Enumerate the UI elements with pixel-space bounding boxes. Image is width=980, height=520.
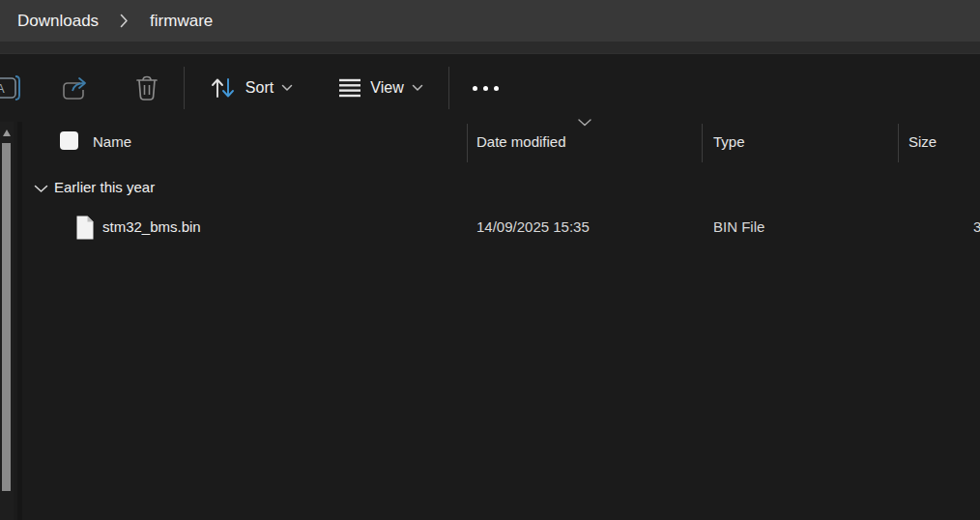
sort-arrows-icon: [210, 75, 237, 101]
svg-text:A: A: [0, 81, 5, 96]
breadcrumb-item-firmware[interactable]: firmware: [150, 12, 213, 31]
column-divider[interactable]: [898, 124, 899, 162]
column-divider[interactable]: [702, 124, 703, 162]
view-list-icon: [338, 77, 361, 99]
chevron-down-icon: [34, 185, 48, 193]
file-list-pane: Name Date modified Type Size Earlier thi…: [0, 122, 980, 520]
toolbar-divider: [184, 67, 185, 109]
share-icon: [61, 74, 90, 101]
file-date-modified: 14/09/2025 15:35: [476, 209, 590, 246]
column-header-name[interactable]: Name: [93, 122, 131, 162]
nav-pane-scrollbar[interactable]: [0, 122, 14, 520]
view-button[interactable]: View: [327, 54, 435, 122]
see-more-button[interactable]: [462, 54, 508, 122]
chevron-down-icon: [281, 84, 293, 92]
sort-button[interactable]: Sort: [197, 54, 305, 122]
column-header-row: Name Date modified Type Size: [0, 122, 980, 162]
select-all-checkbox[interactable]: [60, 131, 78, 150]
rename-button[interactable]: A: [0, 54, 31, 122]
file-size: 3: [973, 209, 980, 246]
sort-button-label: Sort: [245, 79, 274, 97]
scrollbar-thumb[interactable]: [2, 143, 11, 491]
view-button-label: View: [370, 79, 403, 97]
ellipsis-icon: [473, 86, 499, 91]
group-label: Earlier this year: [54, 172, 155, 203]
file-type: BIN File: [713, 209, 764, 246]
chevron-down-icon: [412, 84, 423, 92]
chevron-right-icon: [120, 14, 129, 28]
file-row[interactable]: stm32_bms.bin 14/09/2025 15:35 BIN File …: [0, 209, 980, 246]
address-bar-strip: [0, 42, 980, 54]
breadcrumb: Downloads firmware: [0, 0, 980, 42]
sort-descending-icon: [577, 118, 592, 127]
breadcrumb-item-downloads[interactable]: Downloads: [17, 12, 99, 31]
column-header-size[interactable]: Size: [908, 122, 937, 162]
column-divider[interactable]: [467, 124, 468, 162]
share-button[interactable]: [52, 54, 99, 122]
column-header-type[interactable]: Type: [713, 122, 745, 162]
group-header-earlier-this-year[interactable]: Earlier this year: [21, 172, 949, 203]
file-icon: [75, 215, 95, 241]
command-bar: A: [0, 54, 980, 122]
toolbar-divider: [448, 67, 449, 109]
trash-icon: [134, 74, 159, 101]
column-header-date-modified[interactable]: Date modified: [476, 122, 566, 162]
file-explorer-window: Downloads firmware A: [0, 0, 980, 520]
delete-button[interactable]: [124, 54, 170, 122]
file-name: stm32_bms.bin: [102, 209, 201, 246]
rename-icon: A: [0, 73, 27, 102]
